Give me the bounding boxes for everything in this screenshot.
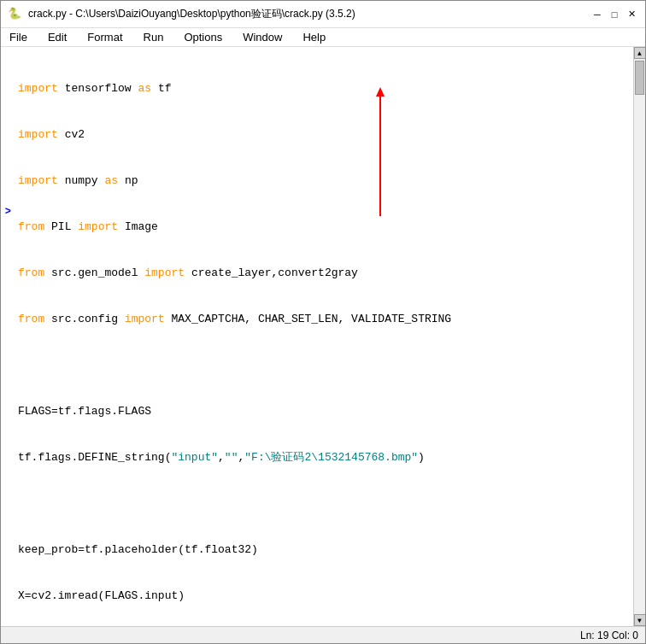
- cursor-position: Ln: 19 Col: 0: [580, 629, 638, 641]
- scroll-track: [634, 59, 645, 614]
- menu-bar: File Edit Format Run Options Window Help: [1, 28, 645, 47]
- menu-options[interactable]: Options: [180, 30, 226, 44]
- title-bar-left: 🐍 crack.py - C:\Users\DaiziOuyang\Deskto…: [8, 7, 355, 22]
- maximize-button[interactable]: □: [608, 8, 621, 21]
- menu-help[interactable]: Help: [299, 30, 329, 44]
- status-bar: Ln: 19 Col: 0: [1, 626, 645, 643]
- title-bar: 🐍 crack.py - C:\Users\DaiziOuyang\Deskto…: [1, 1, 645, 28]
- minimize-button[interactable]: ─: [590, 8, 604, 21]
- menu-run[interactable]: Run: [140, 30, 167, 44]
- app-icon: 🐍: [8, 7, 23, 22]
- scroll-up-button[interactable]: ▲: [634, 47, 646, 59]
- window-title: crack.py - C:\Users\DaiziOuyang\Desktop\…: [28, 7, 355, 21]
- editor-area: > import tensorflow as tf import cv2 imp…: [1, 47, 645, 626]
- code-editor[interactable]: import tensorflow as tf import cv2 impor…: [13, 47, 633, 626]
- scrollbar-right[interactable]: ▲ ▼: [633, 47, 645, 626]
- main-window: 🐍 crack.py - C:\Users\DaiziOuyang\Deskto…: [0, 0, 646, 644]
- scroll-down-button[interactable]: ▼: [634, 614, 646, 626]
- menu-file[interactable]: File: [6, 30, 31, 44]
- close-button[interactable]: ✕: [625, 8, 638, 21]
- menu-format[interactable]: Format: [84, 30, 126, 44]
- scroll-thumb[interactable]: [635, 61, 644, 95]
- line-numbers: >: [1, 47, 13, 626]
- menu-edit[interactable]: Edit: [44, 30, 70, 44]
- window-controls: ─ □ ✕: [590, 8, 638, 21]
- menu-window[interactable]: Window: [239, 30, 285, 44]
